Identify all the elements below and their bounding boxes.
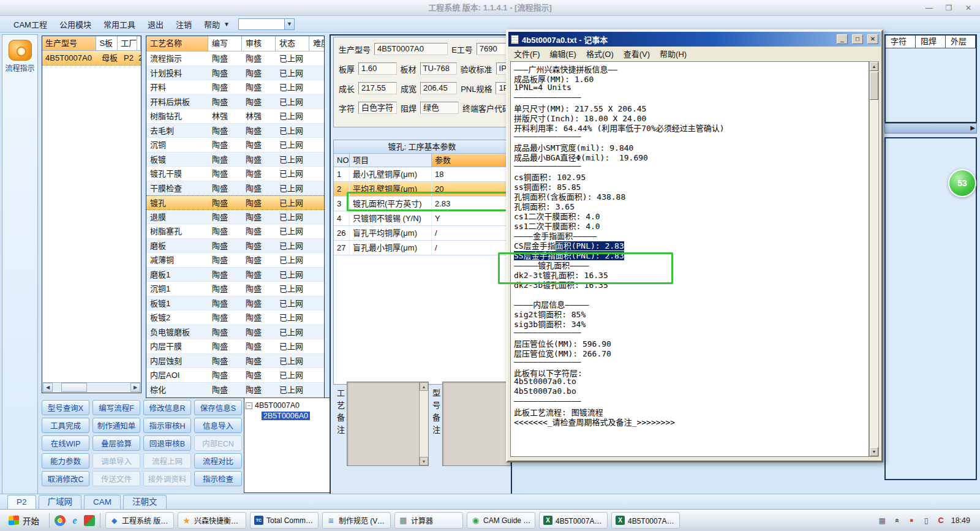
action-button[interactable]: 修改信息R bbox=[143, 400, 191, 415]
bottom-tab[interactable]: P2▼ bbox=[7, 495, 36, 509]
column-header[interactable]: 项目 bbox=[350, 154, 432, 167]
action-button[interactable]: 能力参数 bbox=[42, 453, 89, 469]
process-table-row[interactable]: 内层干膜 陶盛 陶盛 已上网 bbox=[146, 339, 324, 354]
column-header[interactable]: 难度 bbox=[309, 36, 324, 51]
scroll-right-icon[interactable]: ▶ bbox=[130, 383, 140, 392]
tree-root-node[interactable]: − 4B5T0007A0 bbox=[246, 401, 328, 410]
menu-item[interactable]: 注销 bbox=[170, 17, 198, 32]
thickness-field[interactable]: 1.60 bbox=[358, 62, 397, 75]
notification-badge[interactable]: 53 bbox=[948, 169, 976, 197]
action-button[interactable]: 流程对比 bbox=[194, 453, 242, 469]
scrollbar-thumb[interactable] bbox=[870, 72, 878, 100]
legend-field[interactable]: 白色字符 bbox=[358, 102, 397, 114]
notepad-menu-item[interactable]: 查看(V) bbox=[619, 48, 655, 59]
action-button[interactable]: 信息导入 bbox=[194, 418, 242, 433]
width-field[interactable]: 206.45 bbox=[420, 82, 457, 94]
process-table-row[interactable]: 镀孔 陶盛 陶盛 已上网 bbox=[146, 195, 324, 210]
bottom-tab[interactable]: CAM▼ bbox=[84, 495, 121, 509]
menu-item[interactable]: 退出 bbox=[141, 17, 170, 32]
process-table-row[interactable]: 镀孔干膜 陶盛 陶盛 已上网 bbox=[146, 167, 324, 181]
action-button[interactable]: 型号查询X bbox=[42, 400, 89, 415]
process-table-row[interactable]: 开料 陶盛 陶盛 已上网 bbox=[146, 80, 324, 95]
param-table-row[interactable]: 1 最小孔壁铜厚(μm) 18 bbox=[334, 167, 510, 182]
model-table-row[interactable]: 4B5T0007A0 母板 P2 2 bbox=[42, 51, 141, 66]
action-button[interactable]: 调单导入 bbox=[92, 453, 140, 469]
menu-item[interactable]: CAM工程 bbox=[7, 17, 53, 32]
process-table-row[interactable]: 负电镀磨板 陶盛 陶盛 已上网 bbox=[146, 325, 324, 340]
notepad-menu-item[interactable]: 编辑(E) bbox=[545, 48, 581, 59]
action-button[interactable]: 回退审核B bbox=[143, 435, 191, 451]
column-header[interactable]: 工艺名称 bbox=[146, 36, 208, 51]
process-table-row[interactable]: 磨板 陶盛 陶盛 已上网 bbox=[146, 239, 324, 254]
process-table-row[interactable]: 干膜检查 陶盛 陶盛 已上网 bbox=[146, 181, 324, 196]
chrome-icon[interactable] bbox=[55, 515, 66, 526]
taskbar-task[interactable]: 4B5T0007A0-预审指... bbox=[539, 512, 608, 529]
uparrow-icon[interactable] bbox=[892, 516, 902, 525]
notepad-titlebar[interactable]: 4b5t0007a0.txt - 记事本 _ □ ✕ bbox=[508, 32, 881, 47]
process-table-row[interactable]: 计划投料 陶盛 陶盛 已上网 bbox=[146, 66, 324, 81]
process-table-row[interactable]: 板镀 陶盛 陶盛 已上网 bbox=[146, 153, 324, 167]
column-header[interactable]: NO bbox=[334, 154, 350, 167]
action-button[interactable]: 传送文件 bbox=[92, 471, 140, 486]
process-table-row[interactable]: 内层AOI 陶盛 陶盛 已上网 bbox=[146, 368, 324, 383]
ework-field[interactable]: 7690 bbox=[477, 43, 510, 55]
action-button[interactable]: 保存信息S bbox=[194, 400, 242, 415]
action-button[interactable]: 工具完成 bbox=[42, 418, 89, 433]
horizontal-scrollbar[interactable]: ▶ bbox=[884, 123, 977, 134]
process-table-row[interactable]: 开料后烘板 陶盛 陶盛 已上网 bbox=[146, 95, 324, 110]
action-button[interactable]: 指示审核H bbox=[143, 418, 191, 433]
taskbar-task[interactable]: 兴森快捷衡阳分公... bbox=[178, 512, 246, 529]
model-remark-textarea[interactable] bbox=[442, 382, 511, 466]
notepad-menu-item[interactable]: 文件(F) bbox=[509, 48, 545, 59]
process-table-row[interactable]: 树脂塞孔 陶盛 陶盛 已上网 bbox=[146, 224, 324, 239]
vertical-scrollbar[interactable]: ▲▼ bbox=[419, 382, 428, 465]
start-button[interactable]: 开始 bbox=[4, 513, 44, 528]
ie-icon[interactable] bbox=[69, 515, 80, 526]
keyboard-icon[interactable] bbox=[878, 516, 887, 525]
action-button[interactable]: 编写流程F bbox=[92, 400, 140, 415]
tree-child-node[interactable]: 2B5T0006A0 bbox=[262, 412, 328, 420]
menu-item[interactable]: 常用工具 bbox=[97, 17, 141, 32]
mask-field[interactable]: 绿色 bbox=[420, 102, 459, 114]
menu-item[interactable]: 帮助 bbox=[198, 17, 226, 32]
length-field[interactable]: 217.55 bbox=[358, 82, 397, 94]
column-header[interactable] bbox=[137, 36, 141, 51]
param-table-row[interactable]: 26 盲孔平均铜厚(μm) / bbox=[334, 226, 510, 241]
action-button[interactable]: 流程上网 bbox=[143, 453, 191, 469]
red-c-icon[interactable] bbox=[937, 516, 946, 525]
action-button[interactable]: 在线WIP bbox=[42, 435, 89, 451]
scroll-left-icon[interactable]: ◀ bbox=[43, 383, 53, 392]
maximize-icon[interactable]: □ bbox=[852, 34, 863, 44]
scroll-right-icon[interactable]: ▶ bbox=[970, 124, 975, 131]
red-app-icon[interactable] bbox=[907, 516, 916, 525]
process-table-row[interactable]: 退膜 陶盛 陶盛 已上网 bbox=[146, 210, 324, 225]
action-button[interactable]: 叠层验算 bbox=[92, 435, 140, 451]
process-table-row[interactable]: 棕化 陶盛 陶盛 已上网 bbox=[146, 383, 324, 397]
close-icon[interactable]: ✕ bbox=[867, 34, 878, 44]
process-table-row[interactable]: 板镀2 陶盛 陶盛 已上网 bbox=[146, 311, 324, 325]
model-field[interactable]: 4B5T0007A0 bbox=[374, 43, 448, 55]
process-table-row[interactable]: 沉铜1 陶盛 陶盛 已上网 bbox=[146, 282, 324, 296]
vertical-scrollbar[interactable]: ▲ ▼ bbox=[869, 61, 879, 457]
process-table-row[interactable]: 内层蚀刻 陶盛 陶盛 已上网 bbox=[146, 354, 324, 369]
column-header[interactable]: S板 bbox=[96, 36, 118, 51]
param-table-row[interactable]: 27 盲孔最小铜厚(μm) / bbox=[334, 241, 510, 255]
column-header[interactable]: 编写 bbox=[208, 36, 242, 51]
column-header[interactable]: 审核 bbox=[242, 36, 276, 51]
scroll-up-icon[interactable]: ▲ bbox=[870, 62, 878, 71]
action-button[interactable]: 接外调资料 bbox=[143, 471, 191, 486]
column-header[interactable]: 状态 bbox=[276, 36, 309, 51]
taskbar-task[interactable]: 计算器 bbox=[394, 512, 463, 529]
taskbar-task[interactable]: 工程系统 版本: 1... bbox=[105, 512, 174, 529]
taskbar-task[interactable]: Total Commander 7.0... bbox=[250, 512, 318, 529]
process-table-row[interactable]: 去毛刺 陶盛 陶盛 已上网 bbox=[146, 124, 324, 138]
taskbar-task[interactable]: 4B5T0007A0制作单... bbox=[611, 512, 680, 529]
maximize-icon[interactable]: ❐ bbox=[942, 2, 956, 13]
horizontal-scrollbar[interactable]: ◀ ▶ bbox=[43, 382, 140, 392]
minimize-icon[interactable]: — bbox=[922, 2, 936, 13]
notepad-menu-item[interactable]: 帮助(H) bbox=[655, 48, 692, 59]
menu-item[interactable]: 公用模块 bbox=[53, 17, 97, 32]
column-header[interactable]: 工厂 bbox=[118, 36, 137, 51]
quick-select-combobox[interactable]: ▼ bbox=[238, 18, 295, 30]
process-table-row[interactable]: 流程指示 陶盛 陶盛 已上网 bbox=[146, 51, 324, 66]
